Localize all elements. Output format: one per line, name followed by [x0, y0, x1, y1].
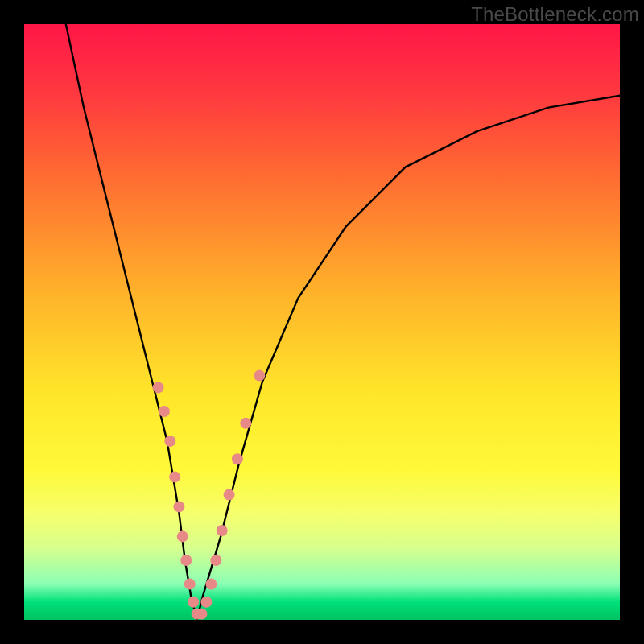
curve-marker	[205, 579, 217, 590]
curve-marker	[196, 609, 208, 620]
plot-area	[24, 24, 620, 620]
curve-marker	[169, 471, 180, 482]
curve-marker	[254, 370, 265, 382]
bottleneck-curve-path	[66, 24, 620, 620]
curve-marker	[159, 406, 170, 417]
curve-marker	[224, 489, 235, 501]
curve-marker	[200, 597, 212, 608]
curve-marker	[217, 525, 228, 536]
curve-marker	[153, 382, 164, 393]
bottleneck-curve-svg	[24, 24, 620, 620]
curve-marker	[173, 501, 184, 512]
curve-markers	[153, 370, 266, 620]
curve-marker	[232, 453, 243, 464]
watermark-label: TheBottleneck.com	[471, 3, 639, 26]
chart-frame: TheBottleneck.com	[0, 0, 644, 644]
curve-marker	[180, 555, 192, 566]
curve-marker	[210, 555, 221, 566]
curve-marker	[184, 579, 196, 590]
curve-marker	[177, 530, 188, 542]
curve-marker	[164, 436, 175, 447]
curve-marker	[188, 597, 199, 608]
curve-marker	[240, 418, 251, 429]
